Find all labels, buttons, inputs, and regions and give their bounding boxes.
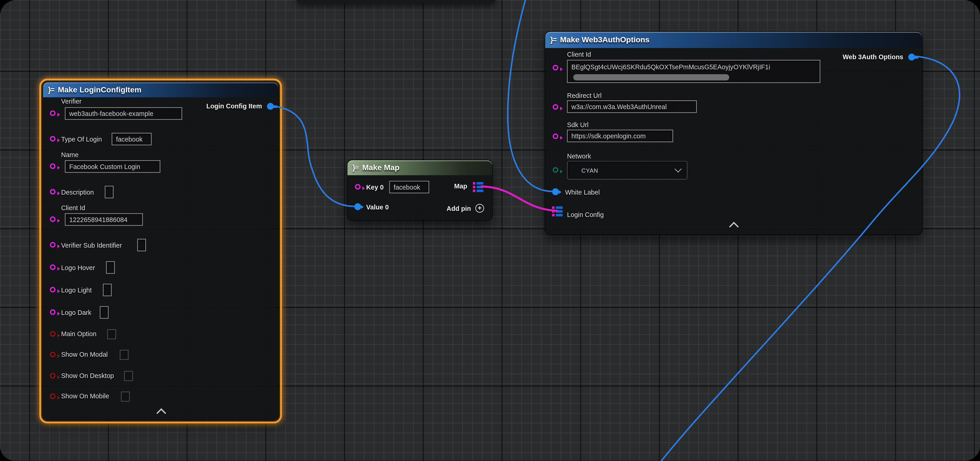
type-of-login-input[interactable]: facebook [111, 133, 152, 145]
pin-label-row: Key 0 [366, 181, 383, 194]
pin-label-row: Redirect Url [567, 92, 601, 99]
sdk-url-input[interactable]: https://sdk.openlogin.com [567, 130, 673, 142]
pin-label-row: Verifier Sub Identifier [61, 239, 122, 251]
pin-label-row: Show On Modal [61, 348, 108, 360]
input-pin-client-id[interactable] [553, 65, 558, 71]
input-pin-redirect-url[interactable] [553, 104, 558, 110]
make-struct-icon: }= [48, 86, 54, 94]
node-make-map[interactable]: }≡ Make Map Key 0 facebook Map [347, 160, 493, 221]
logo-hover-input[interactable] [106, 261, 115, 274]
pin-label: Key 0 [366, 183, 383, 191]
pin-label: Redirect Url [567, 92, 601, 99]
pin-label: Client Id [567, 51, 591, 58]
collapse-chevron-icon[interactable] [729, 222, 739, 231]
output-pin-label: Login Config Item [206, 102, 262, 110]
logo-light-input[interactable] [103, 284, 111, 296]
pin-label: Login Config [567, 211, 604, 218]
input-pin-name[interactable] [50, 163, 56, 169]
pin-label: Type Of Login [61, 135, 102, 143]
wire-login-config-item-to-value-0[interactable] [268, 105, 356, 207]
pin-label-row: Description [61, 186, 94, 199]
input-pin-network[interactable] [553, 167, 558, 173]
main-option-checkbox[interactable] [107, 329, 116, 339]
graph-canvas[interactable]: }= Make LoginConfigItem Login Config Ite… [0, 0, 980, 461]
input-pin-logo-light[interactable] [50, 287, 56, 292]
pin-label: Logo Dark [61, 309, 91, 316]
output-pin-map[interactable] [473, 182, 484, 192]
pin-label: Logo Hover [61, 264, 95, 271]
node-header[interactable]: }= Make LoginConfigItem [43, 82, 278, 97]
input-pin-login-config[interactable] [552, 207, 563, 216]
collapse-chevron-icon[interactable] [156, 408, 166, 418]
add-pin-plus-icon[interactable]: + [476, 204, 484, 213]
pin-label-row: Show On Desktop [61, 370, 114, 381]
input-pin-main-option[interactable] [50, 331, 56, 337]
show-on-desktop-checkbox[interactable] [124, 371, 133, 381]
network-dropdown[interactable]: CYAN [567, 161, 687, 180]
pin-label: Value 0 [366, 203, 389, 211]
add-pin-row[interactable]: Add pin [447, 203, 471, 213]
show-on-modal-checkbox[interactable] [120, 350, 129, 360]
pin-label-row: Name [61, 151, 78, 159]
node-title: Make Map [362, 163, 399, 172]
pin-label-row: Client Id [61, 204, 85, 211]
show-on-mobile-checkbox[interactable] [121, 391, 130, 402]
input-pin-description[interactable] [50, 189, 56, 195]
pin-label: Description [61, 188, 94, 196]
make-struct-icon: }= [550, 35, 556, 44]
input-pin-sdk-url[interactable] [553, 134, 558, 139]
verifier-input[interactable]: web3auth-facebook-example [65, 107, 182, 120]
verifier-sub-identifier-input[interactable] [137, 239, 146, 251]
client-id-scrollbar[interactable] [573, 74, 729, 81]
redirect-url-input[interactable]: w3a://com.w3a.Web3AuthUnreal [567, 100, 697, 113]
name-input[interactable]: Facebook Custom Login [65, 160, 161, 173]
pin-label: Sdk Url [567, 121, 589, 129]
client-id-input[interactable]: 1222658941886084 [65, 213, 143, 226]
pin-label-row: Sdk Url [567, 121, 589, 129]
input-pin-logo-hover[interactable] [50, 264, 56, 270]
input-pin-verifier[interactable] [50, 110, 56, 116]
input-pin-verifier-sub-identifier[interactable] [50, 242, 56, 248]
output-pin-login-config-item[interactable] [267, 103, 274, 110]
pin-label-row: Network [567, 152, 591, 160]
add-pin-label: Add pin [447, 204, 471, 212]
node-header[interactable]: }≡ Make Map [347, 160, 492, 175]
output-pin-label: Map [454, 182, 467, 189]
pin-label-row: Show On Mobile [61, 390, 109, 402]
key-0-input[interactable]: facebook [389, 181, 430, 194]
node-header[interactable]: }= Make Web3AuthOptions [545, 32, 922, 48]
pin-label-row: Logo Light [61, 284, 92, 296]
pin-label-row: Logo Hover [61, 261, 95, 274]
pin-label: White Label [565, 188, 600, 196]
client-id-value: 1222658941886084 [69, 216, 128, 223]
type-of-login-value: facebook [116, 135, 143, 143]
pin-label-row: White Label [565, 186, 600, 199]
output-pin-web3auth-options[interactable] [908, 54, 915, 60]
description-input[interactable] [105, 186, 113, 199]
client-id-input[interactable]: BEglQSgt4cUWcj6SKRdu5QkOXTsePmMcusG5EAoy… [567, 60, 820, 83]
input-pin-logo-dark[interactable] [50, 309, 56, 315]
name-value: Facebook Custom Login [69, 163, 140, 170]
input-pin-show-on-mobile[interactable] [50, 394, 56, 399]
node-make-loginconfigitem[interactable]: }= Make LoginConfigItem Login Config Ite… [42, 82, 278, 420]
pin-label-row: Value 0 [366, 201, 389, 213]
pin-label: Show On Desktop [61, 372, 114, 379]
input-pin-show-on-desktop[interactable] [50, 373, 56, 379]
offscreen-node-bottom-edge[interactable] [296, 0, 496, 3]
input-pin-white-label[interactable] [552, 188, 559, 195]
pin-label-row: Client Id [567, 51, 591, 58]
make-map-icon: }≡ [353, 163, 358, 172]
output-row: Login Config Item [206, 102, 262, 110]
output-row: Map [454, 182, 467, 189]
input-pin-value-0[interactable] [354, 203, 361, 210]
pin-label: Logo Light [61, 286, 92, 294]
input-pin-key-0[interactable] [355, 184, 361, 189]
input-pin-client-id[interactable] [50, 216, 56, 222]
pin-label-row: Login Config [567, 208, 604, 221]
input-pin-type-of-login[interactable] [50, 136, 56, 141]
node-title: Make Web3AuthOptions [560, 35, 649, 44]
logo-dark-input[interactable] [100, 306, 108, 319]
node-make-web3authoptions[interactable]: }= Make Web3AuthOptions Web 3Auth Option… [545, 31, 923, 235]
output-row: Web 3Auth Options [843, 53, 903, 60]
input-pin-show-on-modal[interactable] [50, 352, 56, 358]
